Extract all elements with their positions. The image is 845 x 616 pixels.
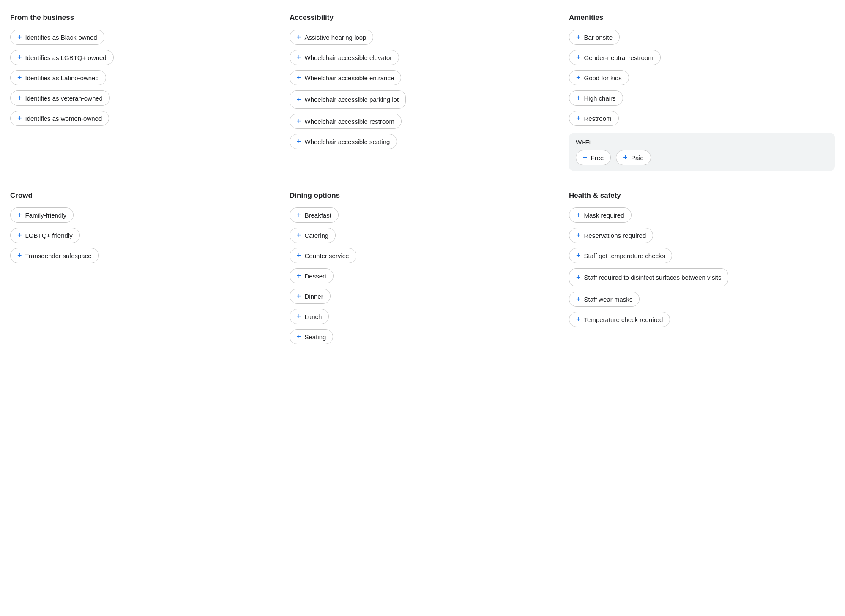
chip-item[interactable]: +Restroom bbox=[569, 111, 619, 126]
chip-label: Wheelchair accessible restroom bbox=[305, 118, 395, 125]
plus-icon: + bbox=[623, 154, 628, 161]
chip-label: Identifies as veteran-owned bbox=[25, 95, 103, 102]
chip-item[interactable]: +Wheelchair accessible restroom bbox=[290, 114, 402, 129]
chip-item[interactable]: +Breakfast bbox=[290, 207, 339, 223]
chip-item[interactable]: +Identifies as LGBTQ+ owned bbox=[10, 50, 114, 65]
chip-label: Wheelchair accessible seating bbox=[305, 138, 390, 145]
plus-icon: + bbox=[297, 252, 301, 259]
chip-label: Identifies as Latino-owned bbox=[25, 74, 99, 82]
chip-label: Mask required bbox=[584, 212, 624, 219]
wifi-section: Wi-Fi+Free+Paid bbox=[569, 133, 835, 171]
chip-item[interactable]: +Dinner bbox=[290, 289, 331, 304]
section-title-dining-options: Dining options bbox=[290, 191, 555, 200]
chip-item[interactable]: +Reservations required bbox=[569, 228, 653, 243]
chip-item[interactable]: +Identifies as women-owned bbox=[10, 111, 109, 126]
plus-icon: + bbox=[297, 232, 301, 239]
wifi-option-label: Free bbox=[591, 154, 604, 161]
chip-label: Catering bbox=[305, 232, 329, 239]
section-health-safety: Health & safety+Mask required+Reservatio… bbox=[569, 191, 835, 344]
plus-icon: + bbox=[576, 211, 581, 219]
chip-item[interactable]: +Staff wear masks bbox=[569, 292, 640, 307]
chip-label: High chairs bbox=[584, 95, 616, 102]
plus-icon: + bbox=[576, 114, 581, 122]
chip-item[interactable]: +LGBTQ+ friendly bbox=[10, 228, 80, 243]
plus-icon: + bbox=[576, 295, 581, 303]
chip-item[interactable]: +Good for kids bbox=[569, 70, 629, 85]
plus-icon: + bbox=[583, 154, 588, 161]
wifi-chip-paid[interactable]: +Paid bbox=[616, 150, 651, 165]
chip-label: LGBTQ+ friendly bbox=[25, 232, 73, 239]
chip-item[interactable]: +Identifies as Latino-owned bbox=[10, 70, 106, 85]
chip-item[interactable]: +Assistive hearing loop bbox=[290, 30, 373, 45]
plus-icon: + bbox=[576, 74, 581, 82]
chip-item[interactable]: +Counter service bbox=[290, 248, 356, 263]
main-grid: From the business+Identifies as Black-ow… bbox=[10, 14, 835, 344]
plus-icon: + bbox=[297, 272, 301, 280]
section-crowd: Crowd+Family-friendly+LGBTQ+ friendly+Tr… bbox=[10, 191, 276, 344]
chip-label: Identifies as Black-owned bbox=[25, 34, 97, 41]
plus-icon: + bbox=[576, 252, 581, 259]
chip-label: Identifies as LGBTQ+ owned bbox=[25, 54, 107, 61]
items-list-dining-options: +Breakfast+Catering+Counter service+Dess… bbox=[290, 207, 555, 344]
chip-item[interactable]: +Wheelchair accessible parking lot bbox=[290, 90, 406, 109]
chip-label: Lunch bbox=[305, 313, 322, 320]
chip-label: Bar onsite bbox=[584, 34, 613, 41]
section-title-from-the-business: From the business bbox=[10, 14, 276, 22]
chip-label: Wheelchair accessible entrance bbox=[305, 74, 394, 82]
chip-label: Wheelchair accessible parking lot bbox=[305, 95, 399, 104]
chip-item[interactable]: +Catering bbox=[290, 228, 336, 243]
chip-label: Breakfast bbox=[305, 212, 331, 219]
chip-item[interactable]: +Transgender safespace bbox=[10, 248, 99, 263]
plus-icon: + bbox=[576, 232, 581, 239]
chip-item[interactable]: +Wheelchair accessible entrance bbox=[290, 70, 401, 85]
chip-label: Good for kids bbox=[584, 74, 622, 82]
chip-label: Wheelchair accessible elevator bbox=[305, 54, 392, 61]
chip-label: Staff get temperature checks bbox=[584, 252, 665, 259]
chip-item[interactable]: +Dessert bbox=[290, 268, 334, 283]
items-list-amenities: +Bar onsite+Gender-neutral restroom+Good… bbox=[569, 30, 835, 171]
chip-label: Counter service bbox=[305, 252, 349, 259]
chip-label: Family-friendly bbox=[25, 212, 67, 219]
chip-label: Assistive hearing loop bbox=[305, 34, 366, 41]
wifi-chip-free[interactable]: +Free bbox=[576, 150, 611, 165]
wifi-option-label: Paid bbox=[631, 154, 644, 161]
chip-item[interactable]: +Family-friendly bbox=[10, 207, 74, 223]
plus-icon: + bbox=[297, 33, 301, 41]
plus-icon: + bbox=[297, 54, 301, 61]
chip-item[interactable]: +Staff required to disinfect surfaces be… bbox=[569, 268, 728, 286]
chip-item[interactable]: +Identifies as veteran-owned bbox=[10, 90, 110, 106]
plus-icon: + bbox=[576, 316, 581, 323]
chip-item[interactable]: +Mask required bbox=[569, 207, 632, 223]
chip-item[interactable]: +Gender-neutral restroom bbox=[569, 50, 661, 65]
chip-item[interactable]: +Bar onsite bbox=[569, 30, 620, 45]
plus-icon: + bbox=[297, 313, 301, 320]
section-title-accessibility: Accessibility bbox=[290, 14, 555, 22]
chip-item[interactable]: +High chairs bbox=[569, 90, 623, 106]
chip-item[interactable]: +Wheelchair accessible seating bbox=[290, 134, 397, 149]
wifi-label: Wi-Fi bbox=[576, 139, 828, 146]
wifi-chips: +Free+Paid bbox=[576, 150, 828, 165]
chip-item[interactable]: +Seating bbox=[290, 329, 333, 344]
chip-label: Gender-neutral restroom bbox=[584, 54, 654, 61]
plus-icon: + bbox=[17, 211, 22, 219]
items-list-crowd: +Family-friendly+LGBTQ+ friendly+Transge… bbox=[10, 207, 276, 263]
chip-item[interactable]: +Identifies as Black-owned bbox=[10, 30, 104, 45]
chip-item[interactable]: +Temperature check required bbox=[569, 312, 670, 327]
section-dining-options: Dining options+Breakfast+Catering+Counte… bbox=[290, 191, 555, 344]
chip-label: Dinner bbox=[305, 293, 323, 300]
section-title-health-safety: Health & safety bbox=[569, 191, 835, 200]
chip-item[interactable]: +Staff get temperature checks bbox=[569, 248, 672, 263]
chip-item[interactable]: +Lunch bbox=[290, 309, 329, 324]
chip-label: Staff required to disinfect surfaces bet… bbox=[584, 273, 722, 282]
chip-label: Dessert bbox=[305, 273, 327, 280]
plus-icon: + bbox=[17, 252, 22, 259]
chip-item[interactable]: +Wheelchair accessible elevator bbox=[290, 50, 399, 65]
chip-label: Staff wear masks bbox=[584, 296, 633, 303]
plus-icon: + bbox=[297, 74, 301, 82]
plus-icon: + bbox=[17, 114, 22, 122]
plus-icon: + bbox=[576, 94, 581, 102]
section-title-amenities: Amenities bbox=[569, 14, 835, 22]
plus-icon: + bbox=[297, 96, 301, 104]
plus-icon: + bbox=[17, 33, 22, 41]
section-title-crowd: Crowd bbox=[10, 191, 276, 200]
